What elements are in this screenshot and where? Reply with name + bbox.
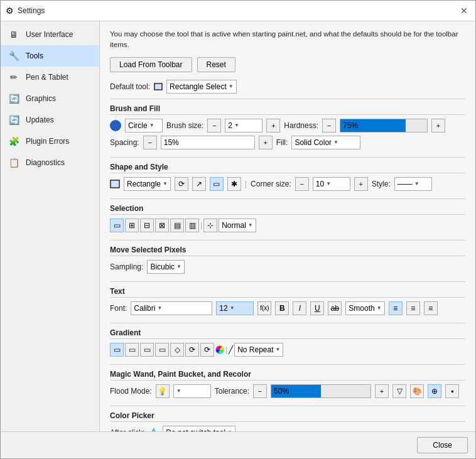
flood-contiguous-button[interactable]: ▽ [392, 384, 406, 398]
gradient-line-icon: ╱ [229, 345, 233, 354]
footer: Close [1, 431, 475, 458]
flood-alpha-button[interactable]: ▪ [445, 384, 459, 398]
gradient-section: Gradient ▭ ▭ ▭ ▭ ◇ ⟳ ⟳ | ╱ No Repeat ▼ [110, 328, 465, 357]
text-rendering-dropdown[interactable]: Smooth ▼ [345, 301, 384, 315]
text-align-center-button[interactable]: ≡ [406, 301, 420, 315]
shape-dropdown[interactable]: Rectangle ▼ [124, 177, 171, 191]
tolerance-increase-button[interactable]: + [375, 384, 389, 398]
color-swatch-icon[interactable] [215, 345, 224, 354]
font-options-button[interactable]: f(x) [257, 301, 271, 315]
shape-tool-2-button[interactable]: ↗ [192, 177, 206, 191]
sidebar: 🖥 User Interface 🔧 Tools ✏ Pen & Tablet … [1, 21, 100, 431]
load-from-toolbar-button[interactable]: Load From Toolbar [110, 57, 192, 72]
sidebar-item-user-interface[interactable]: 🖥 User Interface [1, 24, 99, 45]
after-click-dropdown[interactable]: Do not switch tool ▼ [163, 426, 235, 432]
brush-size-decrease-button[interactable]: − [207, 119, 221, 132]
flood-mode-icon-button[interactable]: 💡 [156, 384, 170, 398]
brush-and-fill-section: Brush and Fill Circle ▼ Brush size: − 2 … [110, 104, 465, 149]
gradient-repeat-dropdown[interactable]: No Repeat ▼ [234, 343, 283, 357]
gradient-type-3-button[interactable]: ▭ [140, 343, 154, 357]
brush-size-value: 2 [228, 121, 232, 130]
spacing-increase-button[interactable]: + [259, 136, 273, 149]
flood-option-button[interactable]: 🎨 [410, 384, 424, 398]
brush-shape-dropdown[interactable]: Circle ▼ [125, 119, 163, 132]
shape-and-style-section: Shape and Style Rectangle ▼ ⟳ ↗ ▭ ✱ | Co… [110, 163, 465, 191]
flood-mode-dropdown[interactable]: ▼ [173, 384, 211, 398]
style-label: Style: [372, 180, 391, 188]
tolerance-bar[interactable]: 50% [271, 384, 371, 398]
diagnostics-icon: 📋 [7, 156, 21, 170]
default-tool-dropdown[interactable]: Rectangle Select ▼ [166, 80, 237, 94]
selection-mode-dropdown[interactable]: Normal ▼ [219, 219, 256, 232]
shape-tool-3-button[interactable]: ▭ [210, 177, 224, 191]
shape-style-label: Shape and Style [110, 163, 465, 173]
text-row: Font: Calibri ▼ 12 ▼ f(x) B I U ab [110, 301, 465, 315]
bold-button[interactable]: B [275, 301, 289, 315]
default-tool-value: Rectangle Select [170, 82, 227, 91]
selection-mode-4-button[interactable]: ⊠ [155, 219, 169, 232]
spacing-decrease-button[interactable]: − [143, 136, 157, 149]
corner-size-increase-button[interactable]: + [354, 177, 368, 191]
underline-button[interactable]: U [310, 301, 324, 315]
brush-size-increase-button[interactable]: + [266, 119, 280, 132]
reset-button[interactable]: Reset [197, 57, 235, 72]
flood-selection-button[interactable]: ⊕ [428, 384, 441, 398]
hardness-decrease-button[interactable]: − [322, 119, 336, 132]
graphics-icon: 🔄 [7, 92, 21, 105]
brush-size-dropdown[interactable]: 2 ▼ [225, 119, 262, 132]
selection-mode-1-button[interactable]: ▭ [110, 219, 124, 232]
gradient-type-7-button[interactable]: ⟳ [200, 343, 214, 357]
shape-tool-4-button[interactable]: ✱ [227, 177, 241, 191]
gradient-type-6-button[interactable]: ⟳ [185, 343, 199, 357]
button-row: Load From Toolbar Reset [110, 57, 465, 72]
gradient-type-4-button[interactable]: ▭ [155, 343, 169, 357]
sidebar-item-tools[interactable]: 🔧 Tools [1, 45, 99, 67]
gradient-type-2-button[interactable]: ▭ [125, 343, 139, 357]
corner-size-value: 10 [316, 180, 324, 188]
sidebar-item-label: Updates [26, 116, 54, 124]
description-text: You may choose the tool that is active w… [110, 29, 465, 51]
style-preview: —— [398, 180, 413, 188]
hardness-bar[interactable]: 75% [340, 119, 428, 132]
selection-label: Selection [110, 204, 465, 215]
move-sampling-dropdown[interactable]: Bicubic ▼ [147, 260, 185, 274]
close-button[interactable]: Close [417, 437, 468, 453]
brush-size-label: Brush size: [166, 121, 203, 130]
fill-dropdown[interactable]: Solid Color ▼ [291, 136, 360, 149]
selection-mode-6-button[interactable]: ▥ [185, 219, 199, 232]
style-dropdown[interactable]: —— ▼ [394, 177, 432, 191]
hardness-increase-button[interactable]: + [431, 119, 445, 132]
sampling-label: Sampling: [110, 262, 143, 271]
sidebar-item-graphics[interactable]: 🔄 Graphics [1, 88, 99, 109]
font-dropdown[interactable]: Calibri ▼ [131, 301, 212, 315]
updates-icon: 🔄 [7, 113, 21, 127]
tolerance-decrease-button[interactable]: − [253, 384, 267, 398]
gradient-type-5-button[interactable]: ◇ [170, 343, 184, 357]
sidebar-item-updates[interactable]: 🔄 Updates [1, 109, 99, 131]
font-label: Font: [110, 304, 127, 313]
text-rendering-value: Smooth [349, 304, 374, 313]
gradient-type-1-button[interactable]: ▭ [110, 343, 124, 357]
shape-tool-1-button[interactable]: ⟳ [175, 177, 188, 191]
sidebar-item-pen-tablet[interactable]: ✏ Pen & Tablet [1, 67, 99, 88]
window-title: Settings [18, 6, 458, 15]
font-size-dropdown[interactable]: 12 ▼ [216, 301, 254, 315]
magic-wand-row: Flood Mode: 💡 ▼ Tolerance: − 50% + ▽ 🎨 ⊕ [110, 384, 465, 398]
selection-mode-2-button[interactable]: ⊞ [125, 219, 139, 232]
sidebar-item-diagnostics[interactable]: 📋 Diagnostics [1, 152, 99, 173]
text-align-left-button[interactable]: ≡ [389, 301, 403, 315]
user-interface-icon: 🖥 [7, 28, 21, 41]
text-align-right-button[interactable]: ≡ [424, 301, 438, 315]
close-window-button[interactable]: ✕ [458, 4, 470, 17]
strikethrough-button[interactable]: ab [328, 301, 342, 315]
italic-button[interactable]: I [293, 301, 306, 315]
sidebar-item-plugin-errors[interactable]: 🧩 Plugin Errors [1, 131, 99, 152]
selection-mode-3-button[interactable]: ⊟ [140, 219, 154, 232]
chevron-down-icon: ▼ [234, 122, 239, 128]
selection-mode-7-button[interactable]: ⊹ [203, 219, 217, 232]
selection-mode-5-button[interactable]: ▤ [170, 219, 184, 232]
spacing-input[interactable] [161, 136, 255, 149]
chevron-down-icon: ▼ [248, 222, 253, 228]
corner-size-decrease-button[interactable]: − [295, 177, 309, 191]
corner-size-dropdown[interactable]: 10 ▼ [313, 177, 350, 191]
